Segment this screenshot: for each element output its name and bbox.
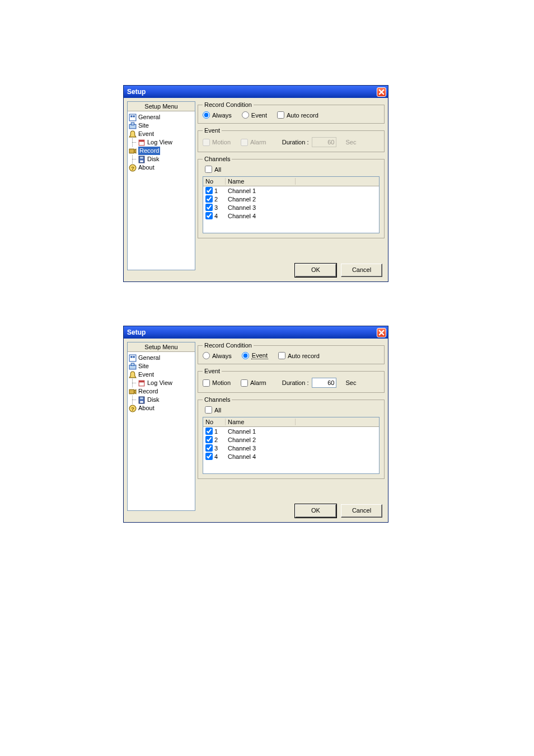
channel-row[interactable]: 2 Channel 2: [203, 195, 379, 203]
radio-event-input[interactable]: [242, 352, 249, 359]
tree-item-logview[interactable]: Log View: [129, 138, 194, 147]
tree-item-general[interactable]: General: [129, 354, 194, 362]
col-no[interactable]: No: [203, 419, 226, 425]
disk-icon: [138, 156, 146, 163]
titlebar[interactable]: Setup: [124, 86, 388, 98]
dialog-title: Setup: [127, 88, 146, 96]
check-auto-record[interactable]: Auto record: [278, 352, 320, 359]
radio-event[interactable]: Event: [242, 111, 267, 119]
channel-checkbox[interactable]: [205, 187, 213, 194]
radio-always-input[interactable]: [203, 111, 210, 119]
radio-event-input[interactable]: [242, 111, 249, 119]
tree-label: General: [138, 354, 160, 362]
tree-item-record[interactable]: Record: [129, 147, 194, 155]
tree-item-about[interactable]: ? About: [129, 404, 194, 412]
event-group: Event Motion Alarm Duration : Sec: [198, 368, 385, 393]
event-icon: [129, 130, 137, 138]
svg-rect-0: [129, 114, 136, 121]
channels-group: Channels All No Name 1 Channel 1: [198, 396, 385, 479]
sec-label: Sec: [345, 139, 356, 145]
tree-item-disk[interactable]: Disk: [129, 155, 194, 163]
check-all[interactable]: All: [205, 166, 221, 173]
event-icon: [129, 371, 137, 379]
radio-always[interactable]: Always: [203, 352, 232, 359]
col-name[interactable]: Name: [226, 178, 296, 185]
general-icon: [129, 354, 137, 362]
check-alarm[interactable]: Alarm: [241, 379, 266, 387]
radio-always-input[interactable]: [203, 352, 210, 359]
close-icon: [378, 89, 385, 95]
tree-item-record[interactable]: Record: [129, 387, 194, 396]
tree-item-general[interactable]: General: [129, 113, 194, 121]
cancel-button[interactable]: Cancel: [341, 264, 382, 277]
ok-button[interactable]: OK: [295, 264, 336, 277]
general-icon: [129, 114, 137, 121]
duration-input[interactable]: [312, 378, 336, 388]
channel-checkbox[interactable]: [205, 436, 213, 443]
tree-label: Disk: [147, 155, 159, 163]
tree-item-about[interactable]: ? About: [129, 163, 194, 172]
check-auto-record-input[interactable]: [278, 352, 285, 359]
check-motion[interactable]: Motion: [203, 379, 231, 387]
check-all[interactable]: All: [205, 406, 221, 414]
logview-icon: [138, 379, 146, 387]
channel-checkbox[interactable]: [205, 195, 213, 203]
tree-label: Log View: [147, 379, 172, 387]
tree-item-logview[interactable]: Log View: [129, 379, 194, 387]
tree-item-site[interactable]: Site: [129, 362, 194, 370]
about-icon: ?: [129, 164, 137, 172]
channel-row[interactable]: 1 Channel 1: [203, 186, 379, 195]
channel-row[interactable]: 3 Channel 3: [203, 444, 379, 452]
channel-row[interactable]: 4 Channel 4: [203, 212, 379, 220]
channel-name: Channel 2: [226, 436, 256, 443]
tree-item-event[interactable]: Event: [129, 130, 194, 138]
channel-list[interactable]: No Name 1 Channel 1 2 Channel 2 3 Cha: [203, 417, 380, 474]
svg-rect-21: [129, 389, 134, 394]
check-alarm-input[interactable]: [241, 379, 248, 387]
check-alarm-input: [241, 139, 248, 146]
tree-item-event[interactable]: Event: [129, 370, 194, 379]
setup-dialog: Setup Setup Menu General S: [123, 326, 388, 523]
svg-text:?: ?: [131, 405, 134, 411]
channel-row[interactable]: 1 Channel 1: [203, 427, 379, 435]
channel-list-header: No Name: [203, 177, 379, 186]
channel-name: Channel 1: [226, 187, 256, 194]
col-no[interactable]: No: [203, 178, 226, 185]
col-name[interactable]: Name: [226, 419, 296, 425]
cancel-button[interactable]: Cancel: [341, 504, 382, 518]
setup-menu-header: Setup Menu: [128, 102, 195, 111]
close-button[interactable]: [377, 328, 386, 337]
channel-checkbox[interactable]: [205, 212, 213, 219]
channel-checkbox[interactable]: [205, 444, 213, 452]
site-icon: [129, 363, 137, 370]
channels-group: Channels All No Name 1 Channel 1: [198, 156, 385, 238]
check-auto-record-input[interactable]: [277, 111, 284, 119]
duration-input: [312, 137, 336, 147]
channel-checkbox[interactable]: [205, 453, 213, 460]
close-button[interactable]: [377, 87, 386, 97]
radio-event[interactable]: Event: [242, 352, 268, 359]
check-all-input[interactable]: [205, 166, 212, 173]
svg-rect-14: [129, 355, 136, 361]
channel-checkbox[interactable]: [205, 428, 213, 435]
channel-row[interactable]: 3 Channel 3: [203, 203, 379, 212]
tree-item-disk[interactable]: Disk: [129, 396, 194, 404]
svg-rect-1: [130, 115, 132, 117]
tree-item-site[interactable]: Site: [129, 121, 194, 130]
channel-list[interactable]: No Name 1 Channel 1 2 Channel 2 3 Cha: [203, 176, 380, 233]
radio-always[interactable]: Always: [203, 111, 232, 119]
event-group: Event Motion Alarm Duration : Sec: [198, 127, 385, 152]
check-all-input[interactable]: [205, 406, 212, 414]
channel-checkbox[interactable]: [205, 204, 213, 211]
titlebar[interactable]: Setup: [124, 326, 388, 339]
channel-row[interactable]: 4 Channel 4: [203, 452, 379, 461]
channel-name: Channel 2: [226, 196, 256, 203]
ok-button[interactable]: OK: [295, 504, 336, 518]
channel-row[interactable]: 2 Channel 2: [203, 435, 379, 444]
check-auto-record[interactable]: Auto record: [277, 111, 318, 119]
svg-rect-6: [139, 140, 144, 142]
tree-label: Site: [138, 362, 149, 370]
check-motion-input[interactable]: [203, 379, 210, 387]
setup-menu-tree[interactable]: Setup Menu General Site: [127, 342, 195, 511]
setup-menu-tree[interactable]: Setup Menu General Site: [127, 101, 195, 270]
